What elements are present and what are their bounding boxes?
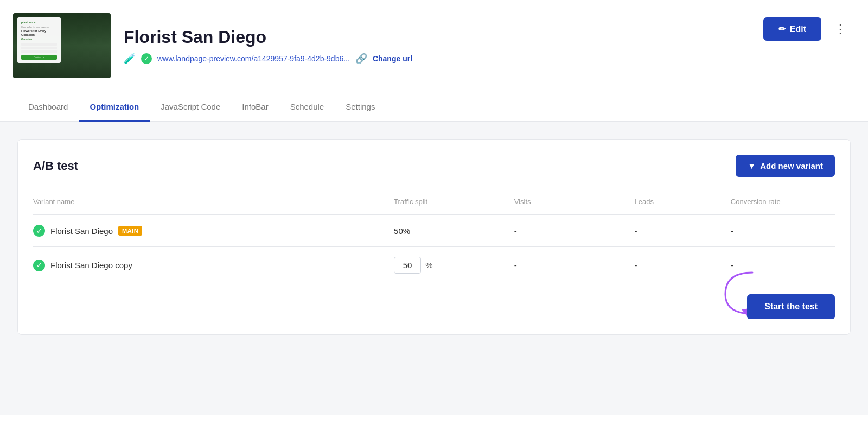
header-info: Florist San Diego 🧪 ✓ www.landpage-previ… <box>124 27 750 65</box>
variant-2-name-cell: ✓ Florist San Diego copy <box>33 247 394 284</box>
ab-test-title: A/B test <box>33 159 78 173</box>
thumb-logo-text: planit once <box>21 21 57 24</box>
variants-table: Variant name Traffic split Visits Leads … <box>33 192 835 283</box>
status-check-icon: ✓ <box>141 53 152 64</box>
col-header-conversion-rate: Conversion rate <box>731 192 835 215</box>
copy-link-icon[interactable]: 🔗 <box>355 53 367 65</box>
variant-2-visits: - <box>514 247 635 284</box>
variant-1-traffic: 50% <box>394 215 514 247</box>
variant-2-leads: - <box>634 247 730 284</box>
thumb-cta-btn: Contact Us <box>21 55 57 60</box>
variant-2-active-icon: ✓ <box>33 260 45 271</box>
variant-2-conversion: - <box>731 247 835 284</box>
tabs-nav: Dashboard Optimization JavaScript Code I… <box>0 93 868 122</box>
variant-1-active-icon: ✓ <box>33 225 45 237</box>
variant-1-leads: - <box>634 215 730 247</box>
tab-settings[interactable]: Settings <box>335 93 386 122</box>
col-header-variant-name: Variant name <box>33 192 394 215</box>
tab-optimization[interactable]: Optimization <box>79 93 150 122</box>
add-variant-button[interactable]: ▼ Add new variant <box>736 155 835 177</box>
edit-button[interactable]: ✏ Edit <box>763 17 821 41</box>
variant-2-traffic-input[interactable] <box>394 257 421 274</box>
variant-2-traffic-suffix: % <box>425 261 432 270</box>
edit-label: Edit <box>790 24 806 34</box>
pencil-icon: ✏ <box>778 24 786 34</box>
ab-test-section: A/B test ▼ Add new variant Variant name … <box>17 139 851 335</box>
main-badge: MAIN <box>118 226 142 236</box>
start-test-button[interactable]: Start the test <box>747 294 835 319</box>
variant-2-name: Florist San Diego copy <box>50 261 132 270</box>
chevron-down-icon: ▼ <box>748 161 756 170</box>
variant-2-traffic-cell: % <box>394 247 514 284</box>
add-variant-label: Add new variant <box>760 161 823 170</box>
table-row: ✓ Florist San Diego copy % - - - <box>33 247 835 284</box>
thumb-headline: Flowers for Every Occasion <box>21 29 57 37</box>
url-row: 🧪 ✓ www.landpage-preview.com/a1429957-9f… <box>124 53 750 65</box>
tab-infobar[interactable]: InfoBar <box>231 93 279 122</box>
col-header-traffic-split: Traffic split <box>394 192 514 215</box>
change-url-button[interactable]: Change url <box>373 54 412 63</box>
table-row: ✓ Florist San Diego MAIN 50% - - - <box>33 215 835 247</box>
thumb-sub: Occasion <box>21 38 57 41</box>
main-content: A/B test ▼ Add new variant Variant name … <box>0 122 868 415</box>
variant-1-conversion: - <box>731 215 835 247</box>
ab-test-header: A/B test ▼ Add new variant <box>33 155 835 177</box>
flask-icon: 🧪 <box>124 53 136 65</box>
more-options-button[interactable]: ⋮ <box>830 19 851 40</box>
page-header: planit once Clear value for your custome… <box>0 0 868 89</box>
thumb-tagline: Clear value for your customer <box>21 26 57 28</box>
variant-1-name-cell: ✓ Florist San Diego MAIN <box>33 215 394 247</box>
tab-dashboard[interactable]: Dashboard <box>17 93 79 122</box>
variant-1-visits: - <box>514 215 635 247</box>
tab-schedule[interactable]: Schedule <box>279 93 335 122</box>
page-thumbnail: planit once Clear value for your custome… <box>13 13 111 78</box>
page-url-link[interactable]: www.landpage-preview.com/a1429957-9fa9-4… <box>157 54 350 63</box>
col-header-leads: Leads <box>634 192 730 215</box>
col-header-visits: Visits <box>514 192 635 215</box>
header-actions: ✏ Edit ⋮ <box>763 17 851 41</box>
page-title: Florist San Diego <box>124 27 750 47</box>
bottom-section: Start the test <box>33 283 835 334</box>
tab-javascript-code[interactable]: JavaScript Code <box>150 93 231 122</box>
variant-1-name: Florist San Diego <box>50 226 113 236</box>
